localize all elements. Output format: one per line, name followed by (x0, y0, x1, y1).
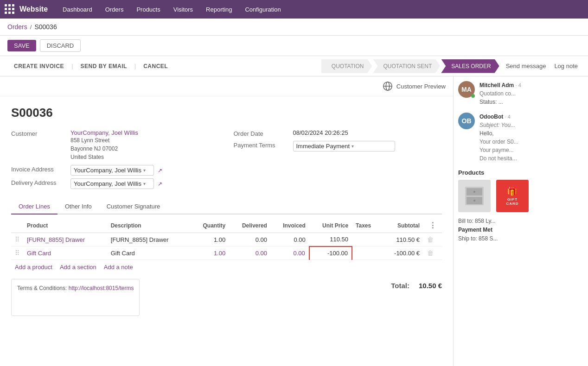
quantity-cell-1[interactable]: 1.00 (191, 233, 229, 246)
delivery-address-label: Delivery Address (11, 178, 67, 186)
unit-price-cell-1[interactable]: 110.50 (309, 233, 352, 246)
form-left-column: Customer YourCompany, Joel Willis 858 Ly… (11, 129, 220, 192)
breadcrumb: Orders / S00036 (0, 19, 588, 36)
tab-customer-signature[interactable]: Customer Signature (99, 199, 168, 215)
col-actions: ⋮ (423, 218, 442, 233)
order-lines-table: Product Description Quantity Delivered I… (11, 218, 442, 260)
message-greeting-2: Hello, (479, 129, 518, 138)
send-by-email-button[interactable]: SEND BY EMAIL (74, 57, 134, 75)
drag-handle-1[interactable]: ⠿ (11, 233, 23, 246)
order-date-value[interactable]: 08/02/2024 20:26:25 (293, 129, 348, 136)
breadcrumb-separator: / (30, 24, 32, 31)
cancel-button[interactable]: CANCEL (137, 57, 174, 75)
add-section-link[interactable]: Add a section (60, 264, 96, 271)
app-name[interactable]: Website (19, 5, 48, 13)
subtotal-cell-2: -100.00 € (381, 246, 423, 260)
breadcrumb-parent[interactable]: Orders (7, 23, 27, 31)
save-button[interactable]: SAVE (7, 40, 36, 51)
message-time-1: · 4 (516, 82, 521, 88)
message-content-1: Mitchell Adm · 4 Quotation co... Status:… (479, 81, 521, 106)
invoice-address-select[interactable]: YourCompany, Joel Willis ▾ (70, 165, 154, 176)
delete-cell-2[interactable]: 🗑 (423, 246, 442, 260)
online-indicator-1 (471, 94, 475, 98)
invoiced-cell-2: 0.00 (271, 246, 309, 260)
message-body-line2-2: Your payme... (479, 146, 518, 154)
drag-handle-2[interactable]: ⠿ (11, 246, 23, 260)
description-cell-2[interactable]: Gift Card (107, 246, 191, 260)
delete-cell-1[interactable]: 🗑 (423, 233, 442, 246)
top-navigation: Website Dashboard Orders Products Visito… (0, 0, 588, 19)
message-header-1: Mitchell Adm · 4 (479, 81, 521, 89)
customer-value-block: YourCompany, Joel Willis 858 Lynn Street… (70, 129, 138, 161)
preview-banner: Customer Preview (0, 76, 453, 96)
app-grid-icon[interactable] (5, 4, 15, 14)
bill-to: Bill to: 858 Ly... (458, 217, 583, 226)
add-note-link[interactable]: Add a note (104, 264, 133, 271)
delete-row-2-icon[interactable]: 🗑 (427, 249, 434, 257)
invoice-address-external-link[interactable]: ↗ (158, 167, 162, 174)
col-description: Description (107, 218, 191, 233)
description-cell-1[interactable]: [FURN_8855] Drawer (107, 233, 191, 246)
terms-link[interactable]: http://localhost:8015/terms (69, 285, 134, 291)
ship-to: Ship to: 858 S... (458, 234, 583, 243)
products-section-label: Products (458, 169, 583, 176)
customer-row: Customer YourCompany, Joel Willis 858 Ly… (11, 129, 220, 161)
nav-orders[interactable]: Orders (100, 3, 129, 16)
message-author-2: OdooBot (479, 114, 503, 120)
quantity-cell-2[interactable]: 1.00 (191, 246, 229, 260)
nav-products[interactable]: Products (131, 3, 166, 16)
taxes-cell-2 (352, 246, 381, 260)
payment-terms-select[interactable]: Immediate Payment ▾ (293, 141, 395, 151)
customer-name[interactable]: YourCompany, Joel Willis (70, 129, 138, 136)
svg-point-6 (473, 191, 475, 193)
wf-separator-1: | (71, 63, 73, 69)
nav-reporting[interactable]: Reporting (200, 3, 237, 16)
delivery-address-external-link[interactable]: ↗ (158, 181, 162, 187)
col-subtotal: Subtotal (381, 218, 423, 233)
tabs-bar: Order Lines Other Info Customer Signatur… (11, 199, 442, 215)
tab-order-lines[interactable]: Order Lines (11, 199, 58, 215)
message-author-1: Mitchell Adm (479, 82, 514, 88)
wf-separator-2: | (134, 63, 136, 69)
sidebar-message-2: OB OdooBot · 4 Subject: You... Hello, Yo… (458, 113, 583, 163)
total-row: Total: 10.50 € (391, 282, 442, 290)
invoice-address-field: YourCompany, Joel Willis ▾ ↗ (70, 165, 162, 176)
customer-preview-button[interactable]: Customer Preview (383, 81, 446, 91)
avatar-container-2: OB (458, 113, 475, 129)
col-product: Product (23, 218, 107, 233)
stage-sales-order[interactable]: SALES ORDER (441, 59, 499, 73)
unit-price-cell-2-highlighted[interactable]: -100.00 (309, 246, 352, 260)
nav-visitors[interactable]: Visitors (168, 3, 198, 16)
invoice-select-arrow: ▾ (143, 168, 146, 173)
subtotal-cell-1: 110.50 € (381, 233, 423, 246)
table-menu-icon[interactable]: ⋮ (427, 221, 438, 229)
product-thumb-drawer (458, 180, 491, 212)
customer-address-2: Bayonne NJ 07002 (70, 145, 138, 153)
payment-terms-arrow: ▾ (352, 144, 354, 149)
delivered-cell-2: 0.00 (229, 246, 271, 260)
svg-point-7 (473, 200, 475, 202)
delivered-cell-1: 0.00 (229, 233, 271, 246)
payment-method-label: Payment Met (458, 227, 492, 233)
stage-quotation-sent[interactable]: QUOTATION SENT (373, 59, 440, 73)
tab-other-info[interactable]: Other Info (58, 199, 99, 215)
order-date-row: Order Date 08/02/2024 20:26:25 (234, 129, 442, 137)
log-note-button[interactable]: Log note (551, 59, 581, 73)
sidebar-billing-info: Bill to: 858 Ly... Payment Met Ship to: … (458, 217, 583, 244)
total-label: Total: (391, 282, 409, 290)
send-message-button[interactable]: Send message (500, 59, 552, 73)
discard-button[interactable]: DISCARD (40, 39, 81, 52)
breadcrumb-current: S00036 (34, 23, 57, 31)
nav-dashboard[interactable]: Dashboard (57, 3, 98, 16)
terms-box: Terms & Conditions: http://localhost:801… (11, 279, 140, 316)
create-invoice-button[interactable]: CREATE INVOICE (7, 57, 70, 75)
product-cell-1[interactable]: [FURN_8855] Drawer (23, 233, 107, 246)
main-layout: Customer Preview S00036 Customer YourCom… (0, 76, 588, 366)
stage-quotation[interactable]: QUOTATION (321, 59, 372, 73)
nav-configuration[interactable]: Configuration (239, 3, 286, 16)
add-product-link[interactable]: Add a product (15, 264, 52, 271)
col-taxes: Taxes (352, 218, 381, 233)
delivery-address-select[interactable]: YourCompany, Joel Willis ▾ (70, 178, 154, 189)
delete-row-1-icon[interactable]: 🗑 (427, 236, 434, 243)
product-cell-2[interactable]: Gift Card (23, 246, 107, 260)
